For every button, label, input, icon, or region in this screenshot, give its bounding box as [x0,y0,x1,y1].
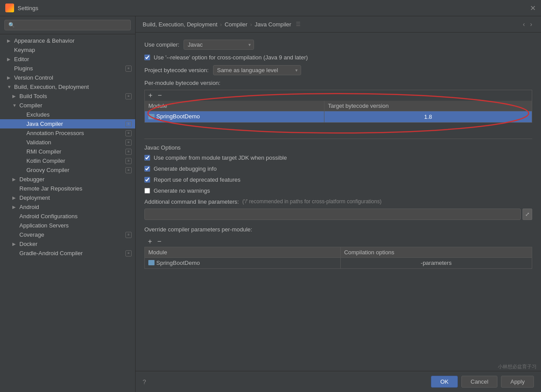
rmi-icon: ≡ [125,149,132,155]
sidebar-item-label: Deployment [19,194,50,201]
annotation-icon: ≡ [125,130,132,136]
additional-cmd-label: Additional command line parameters: [144,198,239,205]
groovy-icon: ≡ [125,167,132,173]
javac-option-label-1: Generate debugging info [154,165,217,172]
breadcrumb-part-1: Build, Execution, Deployment [143,21,217,28]
app-logo [5,4,14,12]
apply-button[interactable]: Apply [501,376,534,388]
sidebar-tree: ▶ Appearance & Behavior Keymap ▶ Editor … [0,34,135,392]
ok-button[interactable]: OK [431,376,458,388]
search-input[interactable] [4,20,131,30]
expand-arrow: ▼ [7,84,12,89]
help-button[interactable]: ? [143,378,146,385]
close-button[interactable]: ✕ [530,4,536,12]
additional-cmd-input[interactable] [144,209,521,220]
module-table-container: + − Module Target bytecode version [144,90,532,123]
sidebar-item-label: Validation [26,139,51,146]
sidebar-item-docker[interactable]: ▶ Docker [0,239,135,249]
module-name: SpringBootDemo [156,113,200,120]
cross-compile-checkbox[interactable] [144,55,150,60]
sidebar: ▶ Appearance & Behavior Keymap ▶ Editor … [0,16,136,392]
sidebar-item-label: Excludes [26,111,50,118]
sidebar-item-label: Android Configurations [19,213,77,220]
bytecode-version-row: Project bytecode version: Same as langua… [144,65,532,75]
nav-forward-button[interactable]: › [528,20,534,29]
sidebar-item-excludes[interactable]: Excludes [0,110,135,119]
override-col-options: Compilation options [340,247,532,258]
remove-module-button[interactable]: − [156,92,163,99]
table-row[interactable]: SpringBootDemo 1.8 [145,111,532,122]
search-box [0,16,135,34]
sidebar-item-groovy[interactable]: Groovy Compiler ≡ [0,165,135,175]
sidebar-item-label: Gradle-Android Compiler [19,250,83,256]
sidebar-item-build-tools[interactable]: ▶ Build Tools ≡ [0,92,135,101]
javac-option-checkbox-0[interactable] [144,155,150,161]
sidebar-item-app-servers[interactable]: Application Servers [0,221,135,230]
cmd-input-row: ⤢ [144,209,532,220]
java-compiler-icon: ≡ [125,121,132,127]
override-label: Override compiler parameters per-module: [144,226,532,233]
sidebar-item-remote-jar[interactable]: Remote Jar Repositories [0,184,135,193]
javac-option-checkbox-1[interactable] [144,166,150,172]
expand-arrow: ▶ [7,38,12,43]
sidebar-item-annotation[interactable]: Annotation Processors ≡ [0,128,135,138]
compiler-select[interactable]: Javac Eclipse Ajc [184,40,254,50]
sidebar-item-label: Android [19,204,39,210]
override-folder-icon [148,260,155,265]
javac-option-checkbox-2[interactable] [144,177,150,183]
add-override-button[interactable]: + [146,238,154,245]
sidebar-item-gradle-android[interactable]: Gradle-Android Compiler ≡ [0,249,135,258]
module-icon: SpringBootDemo [148,113,200,120]
breadcrumb-part-3: Java Compiler [255,21,291,28]
bytecode-select[interactable]: Same as language level [213,65,301,75]
sidebar-item-kotlin[interactable]: Kotlin Compiler ≡ [0,156,135,165]
override-col-module: Module [145,247,340,258]
sidebar-item-deployment[interactable]: ▶ Deployment [0,193,135,202]
expand-arrow: ▶ [12,177,18,182]
remove-override-button[interactable]: − [155,238,163,245]
javac-option-checkbox-3[interactable] [144,188,150,194]
sidebar-item-label: Application Servers [19,222,69,229]
sidebar-item-coverage[interactable]: Coverage ≡ [0,230,135,239]
module-folder-icon [148,114,155,119]
expand-arrow: ▶ [12,195,18,200]
cancel-button[interactable]: Cancel [461,376,497,388]
sidebar-item-editor[interactable]: ▶ Editor [0,55,135,64]
compiler-select-wrapper: Javac Eclipse Ajc [184,40,254,50]
expand-cmd-button[interactable]: ⤢ [523,209,532,220]
sidebar-item-build-exec[interactable]: ▼ Build, Execution, Deployment [0,82,135,92]
override-table-container: Module Compilation options SpringBootDem… [144,247,532,269]
breadcrumb-sep-2: › [250,21,252,28]
sidebar-item-android-configs[interactable]: Android Configurations [0,212,135,221]
sidebar-item-validation[interactable]: Validation ≡ [0,138,135,147]
nav-back-button[interactable]: ‹ [521,20,527,29]
sidebar-item-label: Editor [14,56,29,62]
override-table-row[interactable]: SpringBootDemo -parameters [145,257,532,268]
sidebar-item-android[interactable]: ▶ Android [0,202,135,212]
sidebar-item-label: Debugger [19,176,44,183]
breadcrumb-menu-icon[interactable]: ☰ [296,21,301,27]
sidebar-item-plugins[interactable]: Plugins ≡ [0,64,135,73]
javac-option-row-2: Report use of deprecated features [144,176,532,183]
sidebar-item-compiler[interactable]: ▼ Compiler [0,101,135,110]
sidebar-item-debugger[interactable]: ▶ Debugger [0,175,135,184]
sidebar-item-appearance[interactable]: ▶ Appearance & Behavior [0,36,135,45]
sidebar-item-java-compiler[interactable]: Java Compiler ≡ [0,119,135,128]
titlebar: Settings ✕ [0,0,541,16]
breadcrumb-bar: Build, Execution, Deployment › Compiler … [136,16,541,33]
sidebar-item-keymap[interactable]: Keymap [0,45,135,55]
add-module-button[interactable]: + [147,92,154,99]
gradle-android-icon: ≡ [125,250,132,256]
sidebar-item-label: Plugins [14,65,33,72]
expand-arrow: ▶ [12,94,18,99]
expand-arrow: ▶ [12,205,18,209]
sidebar-item-rmi[interactable]: RMI Compiler ≡ [0,147,135,156]
sidebar-item-label: Kotlin Compiler [26,158,65,164]
sidebar-item-label: Appearance & Behavior [14,37,74,44]
settings-dialog: Settings ✕ ▶ Appearance & Behavior Keyma… [0,0,541,392]
breadcrumb-part-2: Compiler [224,21,247,28]
sidebar-item-label: Java Compiler [26,121,63,127]
coverage-icon: ≡ [125,232,132,238]
sidebar-item-version-control[interactable]: ▶ Version Control [0,73,135,82]
sidebar-item-label: RMI Compiler [26,148,61,155]
